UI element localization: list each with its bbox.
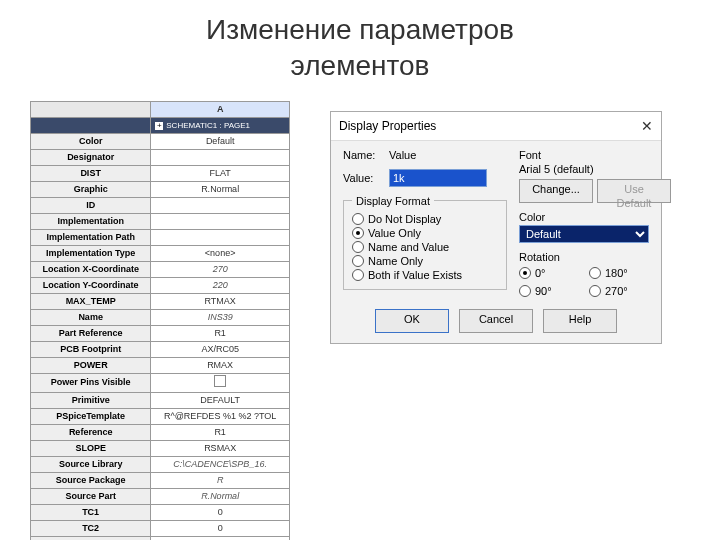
prop-value-cell[interactable]: AX/RC05	[151, 341, 290, 357]
prop-name-cell[interactable]: DIST	[31, 165, 151, 181]
table-row: Part ReferenceR1	[31, 325, 290, 341]
prop-value-cell[interactable]: RMAX	[151, 357, 290, 373]
table-row: NameINS39	[31, 309, 290, 325]
prop-name-cell[interactable]: Source Package	[31, 472, 151, 488]
dialog-title: Display Properties	[339, 119, 436, 133]
property-table: A +SCHEMATIC1 : PAGE1 ColorDefaultDesign…	[30, 101, 290, 540]
use-default-button: Use Default	[597, 179, 671, 203]
expand-icon[interactable]: +	[155, 122, 163, 130]
change-font-button[interactable]: Change...	[519, 179, 593, 203]
help-button[interactable]: Help	[543, 309, 617, 333]
radio-icon	[352, 241, 364, 253]
prop-name-cell[interactable]: Implementation	[31, 213, 151, 229]
rotation-group-label: Rotation	[519, 251, 649, 263]
prop-name-cell[interactable]: Reference	[31, 424, 151, 440]
table-row: PSpiceTemplateR^@REFDES %1 %2 ?TOL	[31, 408, 290, 424]
prop-value-cell[interactable]: 0	[151, 520, 290, 536]
rotation-180[interactable]: 180°	[589, 267, 649, 279]
display-format-legend: Display Format	[352, 195, 434, 207]
fmt-value-only[interactable]: Value Only	[352, 227, 498, 239]
prop-name-cell[interactable]: Location Y-Coordinate	[31, 277, 151, 293]
name-label: Name:	[343, 149, 383, 161]
prop-name-cell[interactable]: TC1	[31, 504, 151, 520]
prop-name-cell[interactable]: SLOPE	[31, 440, 151, 456]
prop-value-cell[interactable]	[151, 536, 290, 540]
header-blank	[31, 101, 151, 117]
prop-name-cell[interactable]: Location X-Coordinate	[31, 261, 151, 277]
cancel-button[interactable]: Cancel	[459, 309, 533, 333]
prop-name-cell[interactable]: TC2	[31, 520, 151, 536]
prop-value-cell[interactable]: R^@REFDES %1 %2 ?TOL	[151, 408, 290, 424]
fmt-name-only[interactable]: Name Only	[352, 255, 498, 267]
ok-button[interactable]: OK	[375, 309, 449, 333]
fmt-do-not-display[interactable]: Do Not Display	[352, 213, 498, 225]
prop-value-cell[interactable]	[151, 213, 290, 229]
prop-name-cell[interactable]: PSpiceTemplate	[31, 408, 151, 424]
prop-name-cell[interactable]: TOLERANCE	[31, 536, 151, 540]
prop-name-cell[interactable]: ID	[31, 197, 151, 213]
prop-name-cell[interactable]: Part Reference	[31, 325, 151, 341]
close-icon[interactable]: ✕	[641, 118, 653, 134]
prop-value-cell[interactable]: C:\CADENCE\SPB_16.	[151, 456, 290, 472]
prop-value-cell[interactable]	[151, 229, 290, 245]
prop-value-cell[interactable]: R.Normal	[151, 488, 290, 504]
value-input[interactable]	[389, 169, 487, 187]
radio-icon	[589, 285, 601, 297]
prop-value-cell[interactable]: RTMAX	[151, 293, 290, 309]
color-group-label: Color	[519, 211, 649, 223]
checkbox-icon[interactable]	[214, 375, 226, 387]
prop-name-cell[interactable]: Name	[31, 309, 151, 325]
prop-value-cell[interactable]: RSMAX	[151, 440, 290, 456]
table-row: PCB FootprintAX/RC05	[31, 341, 290, 357]
prop-name-cell[interactable]: PCB Footprint	[31, 341, 151, 357]
prop-name-cell[interactable]: Graphic	[31, 181, 151, 197]
rotation-0[interactable]: 0°	[519, 267, 579, 279]
radio-icon	[589, 267, 601, 279]
prop-value-cell[interactable]: INS39	[151, 309, 290, 325]
display-properties-dialog: Display Properties ✕ Name: Value Value: …	[330, 111, 662, 344]
prop-name-cell[interactable]: POWER	[31, 357, 151, 373]
subheader-text: SCHEMATIC1 : PAGE1	[166, 121, 250, 130]
table-row: TC20	[31, 520, 290, 536]
prop-value-cell[interactable]: 270	[151, 261, 290, 277]
subheader-cell[interactable]: +SCHEMATIC1 : PAGE1	[151, 117, 290, 133]
fmt-both-if-exists[interactable]: Both if Value Exists	[352, 269, 498, 281]
value-label: Value:	[343, 172, 383, 184]
prop-value-cell[interactable]: R.Normal	[151, 181, 290, 197]
prop-value-cell[interactable]: DEFAULT	[151, 392, 290, 408]
prop-value-cell[interactable]: 220	[151, 277, 290, 293]
fmt-name-and-value[interactable]: Name and Value	[352, 241, 498, 253]
prop-name-cell[interactable]: Primitive	[31, 392, 151, 408]
prop-name-cell[interactable]: Source Part	[31, 488, 151, 504]
prop-value-cell[interactable]: Default	[151, 133, 290, 149]
table-row: Implementation Type<none>	[31, 245, 290, 261]
prop-name-cell[interactable]: MAX_TEMP	[31, 293, 151, 309]
prop-value-cell[interactable]	[151, 373, 290, 392]
prop-value-cell[interactable]: 0	[151, 504, 290, 520]
prop-name-cell[interactable]: Implementation Path	[31, 229, 151, 245]
prop-name-cell[interactable]: Color	[31, 133, 151, 149]
prop-value-cell[interactable]: R1	[151, 325, 290, 341]
column-header[interactable]: A	[151, 101, 290, 117]
prop-value-cell[interactable]: R1	[151, 424, 290, 440]
title-line-1: Изменение параметров	[206, 14, 514, 45]
dialog-titlebar[interactable]: Display Properties ✕	[331, 112, 661, 141]
table-row: Location X-Coordinate270	[31, 261, 290, 277]
prop-name-cell[interactable]: Source Library	[31, 456, 151, 472]
table-row: ReferenceR1	[31, 424, 290, 440]
table-row: TOLERANCE	[31, 536, 290, 540]
prop-value-cell[interactable]: <none>	[151, 245, 290, 261]
table-row: DISTFLAT	[31, 165, 290, 181]
prop-name-cell[interactable]: Designator	[31, 149, 151, 165]
prop-value-cell[interactable]	[151, 197, 290, 213]
rotation-270[interactable]: 270°	[589, 285, 649, 297]
table-row: GraphicR.Normal	[31, 181, 290, 197]
prop-value-cell[interactable]: R	[151, 472, 290, 488]
prop-value-cell[interactable]	[151, 149, 290, 165]
prop-value-cell[interactable]: FLAT	[151, 165, 290, 181]
rotation-90[interactable]: 90°	[519, 285, 579, 297]
radio-icon	[352, 213, 364, 225]
prop-name-cell[interactable]: Implementation Type	[31, 245, 151, 261]
prop-name-cell[interactable]: Power Pins Visible	[31, 373, 151, 392]
color-select[interactable]: Default	[519, 225, 649, 243]
